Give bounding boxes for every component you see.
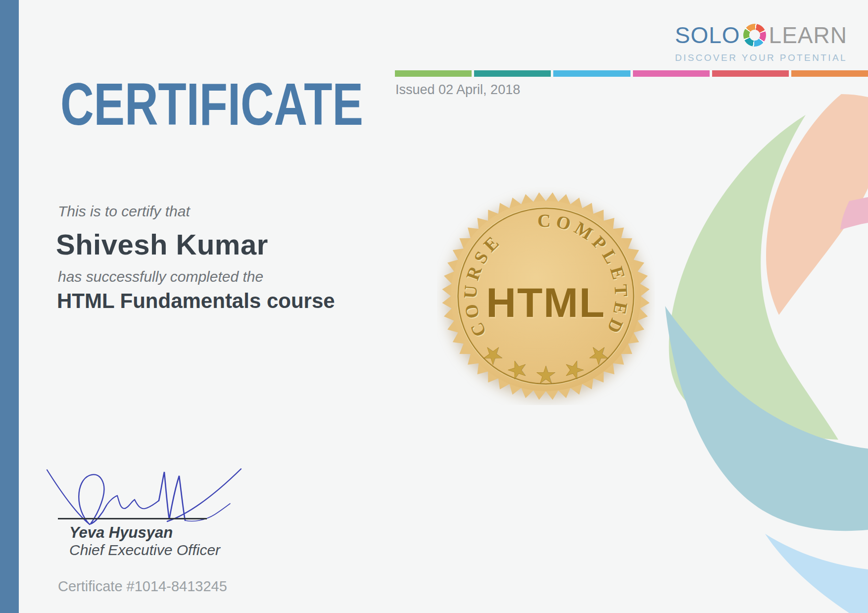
- brand-name-secondary: LEARN: [769, 22, 847, 49]
- signature-scribble: [42, 458, 250, 532]
- left-accent-bar: [0, 0, 19, 613]
- signer-name: Yeva Hyusyan: [69, 524, 173, 542]
- signer-title: Chief Executive Officer: [69, 542, 220, 559]
- deco-green-petal: [669, 115, 838, 440]
- course-name: HTML Fundamentals course: [57, 289, 335, 313]
- accent-bar-segment: [791, 70, 868, 77]
- deco-skyblue-petal: [765, 534, 868, 613]
- deco-teal-petal: [665, 306, 868, 531]
- accent-bar-segment: [553, 70, 630, 77]
- certify-line: This is to certify that: [58, 203, 190, 220]
- deco-peach-petal: [766, 94, 868, 315]
- signature-line: [58, 518, 207, 519]
- recipient-name: Shivesh Kumar: [56, 228, 268, 261]
- brand-wordmark: SOLO LEARN: [675, 22, 847, 49]
- svg-text:★: ★: [535, 362, 556, 388]
- certificate-page: CERTIFICATE SOLO LEARN DISCOVER YOUR POT…: [0, 0, 868, 613]
- brand-name-primary: SOLO: [675, 22, 740, 49]
- brand-logo: SOLO LEARN DISCOVER YOUR POTENTIAL: [675, 22, 847, 63]
- seal-star: ★: [535, 362, 556, 388]
- accent-bar-segment: [633, 70, 710, 77]
- accent-bar-segment: [474, 70, 551, 77]
- issued-date: Issued 02 April, 2018: [395, 82, 520, 98]
- aperture-icon: [743, 24, 766, 47]
- certificate-title: CERTIFICATE: [60, 74, 363, 134]
- completion-line: has successfully completed the: [58, 268, 263, 285]
- accent-color-bar: [395, 70, 868, 77]
- brand-tagline: DISCOVER YOUR POTENTIAL: [675, 52, 847, 63]
- certificate-number: Certificate #1014-8413245: [58, 578, 227, 595]
- deco-pink-petal: [840, 197, 868, 230]
- seal-center-text: HTML: [486, 279, 605, 326]
- accent-bar-segment: [712, 70, 789, 77]
- course-completed-seal: COURSE COMPLETED COURSE COMPLETED HTML H…: [437, 187, 655, 405]
- accent-bar-segment: [395, 70, 472, 77]
